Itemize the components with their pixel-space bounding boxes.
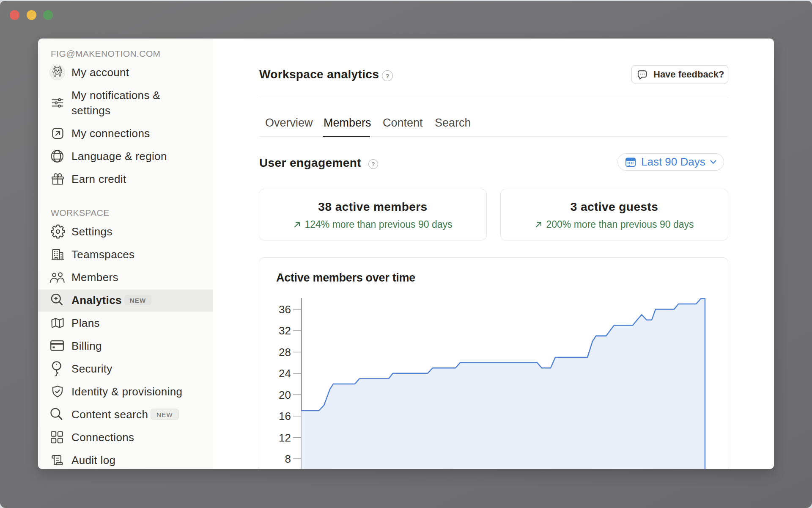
svg-text:16: 16 [279,410,291,422]
svg-text:28: 28 [279,346,291,359]
svg-text:8: 8 [285,453,291,465]
svg-text:12: 12 [279,431,291,444]
svg-text:32: 32 [279,324,291,337]
svg-text:20: 20 [279,389,291,401]
svg-text:24: 24 [279,367,291,380]
svg-text:36: 36 [279,303,291,316]
